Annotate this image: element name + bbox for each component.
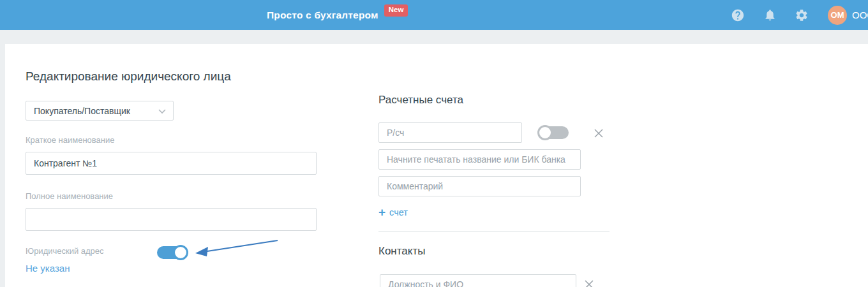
- settings-icon[interactable]: [795, 8, 809, 22]
- account-number-input[interactable]: [378, 122, 522, 143]
- remove-account-icon[interactable]: [592, 127, 605, 140]
- entity-type-select[interactable]: Покупатель/Поставщик: [26, 101, 174, 121]
- full-name-label: Полное наименование: [26, 191, 113, 201]
- chevron-down-icon: [158, 105, 167, 117]
- annotation-arrow-icon: [189, 235, 281, 261]
- header-actions: ОМ ООО: [731, 0, 868, 30]
- app-title: Просто с бухгалтером: [267, 10, 378, 21]
- bank-search-input[interactable]: [378, 149, 581, 170]
- short-name-label: Краткое наименование: [26, 135, 115, 145]
- edit-legal-entity-card: Редактирование юридического лица Покупат…: [5, 44, 868, 287]
- legal-address-not-specified-link[interactable]: Не указан: [26, 263, 70, 274]
- add-account-label: счет: [389, 207, 408, 217]
- toggle-knob: [537, 125, 553, 140]
- account-name[interactable]: ООО: [852, 10, 868, 20]
- account-toggle[interactable]: [539, 126, 569, 139]
- toggle-knob: [173, 245, 188, 260]
- contact-position-input[interactable]: [380, 274, 576, 287]
- short-name-input[interactable]: [26, 152, 317, 175]
- page-background-band: [0, 30, 868, 44]
- help-icon[interactable]: [731, 8, 745, 22]
- add-account-button[interactable]: + счет: [378, 206, 408, 218]
- page-title: Редактирование юридического лица: [26, 70, 231, 84]
- plus-icon: +: [378, 206, 385, 218]
- entity-type-value: Покупатель/Поставщик: [34, 106, 130, 116]
- legal-address-toggle[interactable]: [157, 246, 186, 259]
- remove-contact-icon[interactable]: [583, 278, 595, 287]
- comment-input[interactable]: [378, 176, 581, 196]
- avatar[interactable]: ОМ: [828, 6, 847, 25]
- contacts-section-title: Контакты: [378, 245, 425, 258]
- new-badge: New: [384, 4, 408, 17]
- notifications-icon[interactable]: [763, 8, 777, 22]
- section-divider: [378, 232, 610, 232]
- accounts-section-title: Расчетные счета: [378, 94, 463, 107]
- legal-address-label: Юридический адрес: [26, 246, 104, 256]
- full-name-input[interactable]: [26, 208, 317, 231]
- app-header: Просто с бухгалтером New ОМ ООО: [0, 0, 868, 30]
- app-title-group: Просто с бухгалтером New: [267, 0, 408, 30]
